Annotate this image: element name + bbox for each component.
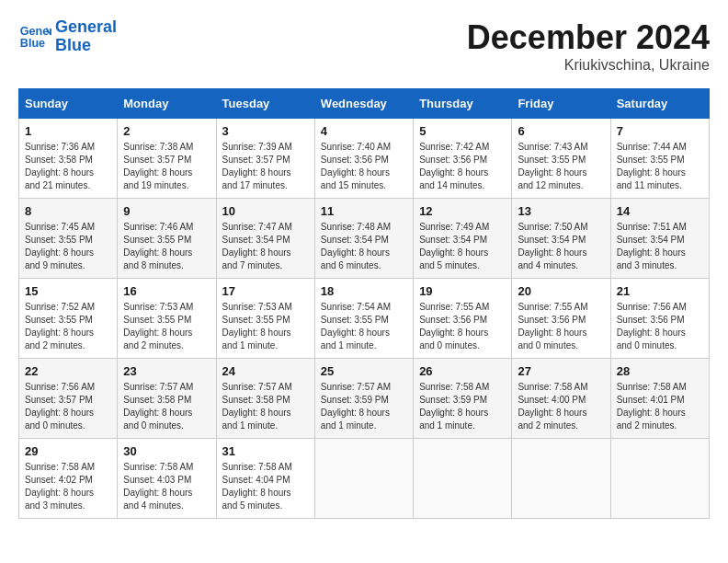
col-friday: Friday <box>512 89 610 119</box>
day-number: 28 <box>617 364 703 378</box>
logo-blue: Blue <box>55 37 117 55</box>
day-number: 11 <box>321 204 407 218</box>
day-number: 3 <box>222 124 309 138</box>
logo: General Blue General Blue <box>18 18 117 55</box>
table-row: 10 Sunrise: 7:47 AMSunset: 3:54 PMDaylig… <box>216 199 314 279</box>
col-monday: Monday <box>118 89 216 119</box>
day-detail: Sunrise: 7:47 AMSunset: 3:54 PMDaylight:… <box>222 221 309 272</box>
day-number: 20 <box>518 284 604 298</box>
day-number: 4 <box>321 124 407 138</box>
calendar-body: 1 Sunrise: 7:36 AMSunset: 3:58 PMDayligh… <box>19 119 710 519</box>
table-row <box>314 439 413 519</box>
location-subtitle: Kriukivschina, Ukraine <box>467 57 710 74</box>
day-detail: Sunrise: 7:56 AMSunset: 3:57 PMDaylight:… <box>25 381 111 432</box>
day-number: 17 <box>222 284 309 298</box>
day-detail: Sunrise: 7:58 AMSunset: 4:03 PMDaylight:… <box>123 461 210 512</box>
day-detail: Sunrise: 7:42 AMSunset: 3:56 PMDaylight:… <box>419 141 506 192</box>
col-thursday: Thursday <box>414 89 512 119</box>
col-sunday: Sunday <box>19 89 118 119</box>
day-detail: Sunrise: 7:54 AMSunset: 3:55 PMDaylight:… <box>321 301 407 352</box>
title-section: December 2024 Kriukivschina, Ukraine <box>467 18 710 74</box>
day-detail: Sunrise: 7:58 AMSunset: 4:04 PMDaylight:… <box>222 461 309 512</box>
table-row: 3 Sunrise: 7:39 AMSunset: 3:57 PMDayligh… <box>216 119 314 199</box>
table-row: 12 Sunrise: 7:49 AMSunset: 3:54 PMDaylig… <box>414 199 512 279</box>
day-number: 30 <box>123 444 210 458</box>
day-number: 19 <box>419 284 506 298</box>
table-row: 28 Sunrise: 7:58 AMSunset: 4:01 PMDaylig… <box>610 359 709 439</box>
day-number: 23 <box>123 364 210 378</box>
table-row: 29 Sunrise: 7:58 AMSunset: 4:02 PMDaylig… <box>19 439 118 519</box>
calendar-table: Sunday Monday Tuesday Wednesday Thursday… <box>18 88 710 519</box>
table-row: 11 Sunrise: 7:48 AMSunset: 3:54 PMDaylig… <box>314 199 413 279</box>
calendar-week-row: 15 Sunrise: 7:52 AMSunset: 3:55 PMDaylig… <box>19 279 710 359</box>
table-row: 27 Sunrise: 7:58 AMSunset: 4:00 PMDaylig… <box>512 359 610 439</box>
table-row <box>414 439 512 519</box>
day-number: 13 <box>518 204 604 218</box>
day-number: 9 <box>123 204 210 218</box>
table-row <box>512 439 610 519</box>
day-number: 25 <box>321 364 407 378</box>
day-number: 15 <box>25 284 111 298</box>
day-detail: Sunrise: 7:58 AMSunset: 3:59 PMDaylight:… <box>419 381 506 432</box>
day-detail: Sunrise: 7:58 AMSunset: 4:02 PMDaylight:… <box>25 461 111 512</box>
day-number: 21 <box>617 284 703 298</box>
day-detail: Sunrise: 7:49 AMSunset: 3:54 PMDaylight:… <box>419 221 506 272</box>
calendar-week-row: 22 Sunrise: 7:56 AMSunset: 3:57 PMDaylig… <box>19 359 710 439</box>
table-row: 18 Sunrise: 7:54 AMSunset: 3:55 PMDaylig… <box>314 279 413 359</box>
day-number: 10 <box>222 204 309 218</box>
table-row: 21 Sunrise: 7:56 AMSunset: 3:56 PMDaylig… <box>610 279 709 359</box>
day-detail: Sunrise: 7:51 AMSunset: 3:54 PMDaylight:… <box>617 221 703 272</box>
day-detail: Sunrise: 7:55 AMSunset: 3:56 PMDaylight:… <box>419 301 506 352</box>
day-detail: Sunrise: 7:55 AMSunset: 3:56 PMDaylight:… <box>518 301 604 352</box>
month-title: December 2024 <box>467 18 710 57</box>
col-saturday: Saturday <box>610 89 709 119</box>
page-header: General Blue General Blue December 2024 … <box>18 18 710 74</box>
day-number: 27 <box>518 364 604 378</box>
calendar-week-row: 29 Sunrise: 7:58 AMSunset: 4:02 PMDaylig… <box>19 439 710 519</box>
day-detail: Sunrise: 7:45 AMSunset: 3:55 PMDaylight:… <box>25 221 111 272</box>
day-number: 6 <box>518 124 604 138</box>
table-row: 30 Sunrise: 7:58 AMSunset: 4:03 PMDaylig… <box>118 439 216 519</box>
day-number: 31 <box>222 444 309 458</box>
day-detail: Sunrise: 7:57 AMSunset: 3:58 PMDaylight:… <box>222 381 309 432</box>
day-detail: Sunrise: 7:44 AMSunset: 3:55 PMDaylight:… <box>617 141 703 192</box>
table-row: 8 Sunrise: 7:45 AMSunset: 3:55 PMDayligh… <box>19 199 118 279</box>
day-detail: Sunrise: 7:50 AMSunset: 3:54 PMDaylight:… <box>518 221 604 272</box>
table-row: 16 Sunrise: 7:53 AMSunset: 3:55 PMDaylig… <box>118 279 216 359</box>
table-row: 9 Sunrise: 7:46 AMSunset: 3:55 PMDayligh… <box>118 199 216 279</box>
day-detail: Sunrise: 7:57 AMSunset: 3:58 PMDaylight:… <box>123 381 210 432</box>
day-number: 7 <box>617 124 703 138</box>
day-detail: Sunrise: 7:48 AMSunset: 3:54 PMDaylight:… <box>321 221 407 272</box>
day-number: 14 <box>617 204 703 218</box>
table-row: 1 Sunrise: 7:36 AMSunset: 3:58 PMDayligh… <box>19 119 118 199</box>
day-number: 16 <box>123 284 210 298</box>
col-wednesday: Wednesday <box>314 89 413 119</box>
day-detail: Sunrise: 7:58 AMSunset: 4:00 PMDaylight:… <box>518 381 604 432</box>
table-row: 15 Sunrise: 7:52 AMSunset: 3:55 PMDaylig… <box>19 279 118 359</box>
table-row: 20 Sunrise: 7:55 AMSunset: 3:56 PMDaylig… <box>512 279 610 359</box>
day-detail: Sunrise: 7:36 AMSunset: 3:58 PMDaylight:… <box>25 141 111 192</box>
table-row: 24 Sunrise: 7:57 AMSunset: 3:58 PMDaylig… <box>216 359 314 439</box>
day-number: 8 <box>25 204 111 218</box>
calendar-week-row: 8 Sunrise: 7:45 AMSunset: 3:55 PMDayligh… <box>19 199 710 279</box>
day-detail: Sunrise: 7:58 AMSunset: 4:01 PMDaylight:… <box>617 381 703 432</box>
col-tuesday: Tuesday <box>216 89 314 119</box>
calendar-header-row: Sunday Monday Tuesday Wednesday Thursday… <box>19 89 710 119</box>
day-detail: Sunrise: 7:53 AMSunset: 3:55 PMDaylight:… <box>123 301 210 352</box>
day-detail: Sunrise: 7:43 AMSunset: 3:55 PMDaylight:… <box>518 141 604 192</box>
day-number: 1 <box>25 124 111 138</box>
day-detail: Sunrise: 7:53 AMSunset: 3:55 PMDaylight:… <box>222 301 309 352</box>
table-row: 13 Sunrise: 7:50 AMSunset: 3:54 PMDaylig… <box>512 199 610 279</box>
day-number: 18 <box>321 284 407 298</box>
table-row: 25 Sunrise: 7:57 AMSunset: 3:59 PMDaylig… <box>314 359 413 439</box>
table-row: 4 Sunrise: 7:40 AMSunset: 3:56 PMDayligh… <box>314 119 413 199</box>
day-number: 24 <box>222 364 309 378</box>
day-detail: Sunrise: 7:57 AMSunset: 3:59 PMDaylight:… <box>321 381 407 432</box>
table-row: 23 Sunrise: 7:57 AMSunset: 3:58 PMDaylig… <box>118 359 216 439</box>
table-row <box>610 439 709 519</box>
table-row: 14 Sunrise: 7:51 AMSunset: 3:54 PMDaylig… <box>610 199 709 279</box>
table-row: 2 Sunrise: 7:38 AMSunset: 3:57 PMDayligh… <box>118 119 216 199</box>
day-number: 22 <box>25 364 111 378</box>
table-row: 7 Sunrise: 7:44 AMSunset: 3:55 PMDayligh… <box>610 119 709 199</box>
day-number: 29 <box>25 444 111 458</box>
